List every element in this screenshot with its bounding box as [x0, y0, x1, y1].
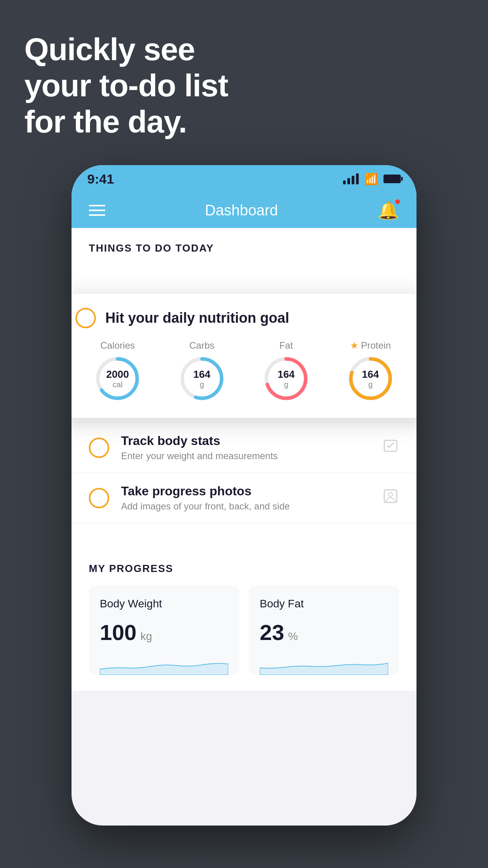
- progress-section: MY PROGRESS Body Weight 100 kg: [72, 547, 416, 691]
- signal-icon: [343, 173, 359, 184]
- phone-frame: 9:41 📶 Dashboard 🔔: [72, 165, 416, 826]
- nav-title: Dashboard: [205, 202, 278, 219]
- body-fat-value-row: 23 %: [260, 620, 388, 645]
- body-weight-card[interactable]: Body Weight 100 kg: [89, 586, 239, 675]
- protein-ring: 164 g: [347, 355, 394, 402]
- todo-item-progress-photos[interactable]: Take progress photos Add images of your …: [72, 473, 416, 523]
- fat-ring: 164 g: [262, 355, 310, 402]
- menu-icon[interactable]: [89, 205, 105, 216]
- ring-carbs: Carbs 164 g: [178, 340, 226, 402]
- body-stats-text: Track body stats Enter your weight and m…: [121, 434, 370, 462]
- todo-item-body-stats[interactable]: Track body stats Enter your weight and m…: [72, 423, 416, 473]
- wifi-icon: 📶: [364, 173, 378, 186]
- body-stats-title: Track body stats: [121, 434, 370, 448]
- calories-label: Calories: [100, 340, 135, 351]
- battery-icon: [383, 175, 401, 183]
- calories-ring: 2000 cal: [94, 355, 141, 402]
- body-weight-unit: kg: [140, 630, 152, 643]
- progress-photos-text: Take progress photos Add images of your …: [121, 484, 370, 512]
- nutrition-rings: Calories 2000 cal: [75, 340, 413, 402]
- notification-dot: [394, 199, 401, 205]
- status-time: 9:41: [87, 171, 114, 187]
- things-section-label: THINGS TO DO TODAY: [72, 228, 416, 262]
- protein-value: 164 g: [362, 369, 379, 389]
- body-weight-value-row: 100 kg: [100, 620, 228, 645]
- body-stats-check-icon: [89, 438, 109, 458]
- nutrition-card-header: Hit your daily nutrition goal: [75, 308, 413, 328]
- fat-value: 164 g: [278, 369, 295, 389]
- ring-fat: Fat 164 g: [262, 340, 310, 402]
- body-weight-value: 100: [100, 620, 136, 645]
- svg-point-10: [389, 493, 393, 497]
- nutrition-card[interactable]: Hit your daily nutrition goal Calories: [72, 294, 416, 418]
- calories-value: 2000 cal: [106, 369, 129, 389]
- scale-icon: [382, 437, 399, 458]
- status-icons: 📶: [343, 173, 401, 186]
- body-fat-chart: [260, 651, 388, 675]
- star-icon: ★: [350, 340, 359, 351]
- ring-protein: ★ Protein 164 g: [347, 340, 394, 402]
- carbs-ring: 164 g: [178, 355, 226, 402]
- progress-photos-title: Take progress photos: [121, 484, 370, 498]
- nav-header: Dashboard 🔔: [72, 193, 416, 228]
- ring-calories: Calories 2000 cal: [94, 340, 141, 402]
- body-weight-chart: [100, 651, 228, 675]
- status-bar: 9:41 📶: [72, 165, 416, 193]
- progress-title: MY PROGRESS: [89, 563, 399, 575]
- card-spacer: Hit your daily nutrition goal Calories: [72, 262, 416, 372]
- body-fat-title: Body Fat: [260, 598, 388, 610]
- headline: Quickly see your to-do list for the day.: [24, 31, 228, 140]
- body-weight-title: Body Weight: [100, 598, 228, 610]
- body-fat-value: 23: [260, 620, 284, 645]
- nutrition-card-title: Hit your daily nutrition goal: [105, 310, 289, 326]
- progress-photos-subtitle: Add images of your front, back, and side: [121, 501, 370, 512]
- carbs-label: Carbs: [189, 340, 215, 351]
- progress-cards: Body Weight 100 kg Body Fat: [89, 586, 399, 675]
- scroll-content: THINGS TO DO TODAY Hit your daily nutrit…: [72, 228, 416, 691]
- protein-label: ★ Protein: [350, 340, 391, 351]
- fat-label: Fat: [279, 340, 293, 351]
- body-fat-card[interactable]: Body Fat 23 %: [249, 586, 399, 675]
- body-stats-subtitle: Enter your weight and measurements: [121, 451, 370, 462]
- spacer: [72, 523, 416, 547]
- bell-icon[interactable]: 🔔: [378, 200, 399, 221]
- progress-photos-check-icon: [89, 488, 109, 508]
- carbs-value: 164 g: [193, 369, 210, 389]
- body-fat-unit: %: [288, 630, 298, 643]
- person-icon: [382, 487, 399, 508]
- nutrition-status-circle: [75, 308, 96, 328]
